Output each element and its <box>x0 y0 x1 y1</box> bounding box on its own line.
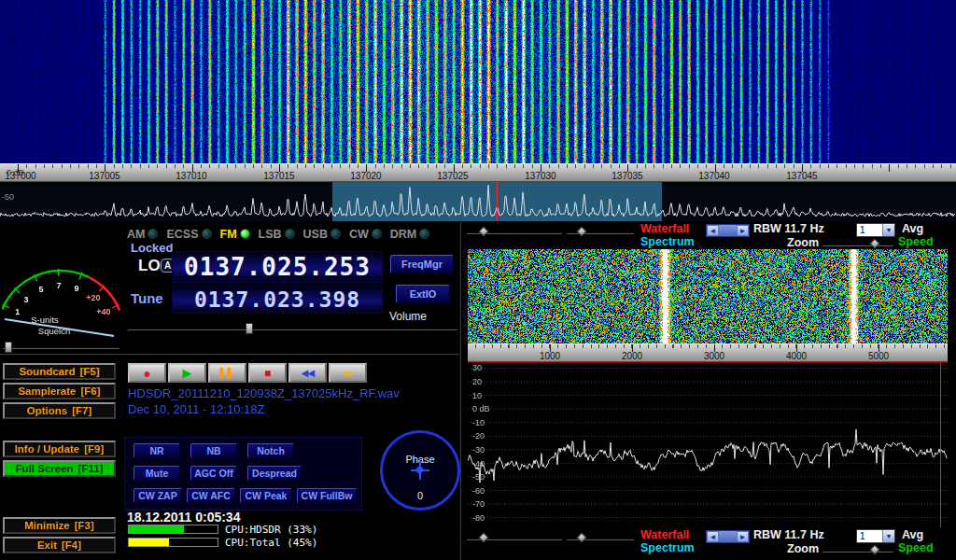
pan-right-icon[interactable]: ► <box>737 531 749 542</box>
spectrum-tab-top[interactable]: Spectrum <box>640 235 695 248</box>
main-waterfall-display[interactable] <box>0 0 956 163</box>
extio-button[interactable]: ExtIO <box>396 285 450 303</box>
squelch-slider-thumb[interactable] <box>5 342 12 353</box>
s-meter-tick-label: +20 <box>86 293 100 302</box>
soundcard-button[interactable]: Soundcard[F5] <box>3 363 116 380</box>
mode-led-icon <box>330 229 341 239</box>
agc-button[interactable]: AGC Off <box>190 466 237 481</box>
chevron-down-icon[interactable]: ▼ <box>882 530 894 542</box>
af-spectrum-display[interactable]: 30 20 10 0 dB -10 -20 -30 -40 -50 -60 -7… <box>468 362 948 527</box>
spectrum-tab-bottom[interactable]: Spectrum <box>640 541 695 554</box>
freqmgr-button[interactable]: FreqMgr <box>390 255 454 273</box>
slider-thumb[interactable] <box>576 532 586 542</box>
mode-label: DRM <box>390 228 416 241</box>
button-key: [F3] <box>75 520 94 531</box>
pan-scrollbar-bottom[interactable]: ◄► <box>706 530 750 543</box>
mode-usb[interactable]: USB <box>303 228 341 241</box>
pan-track[interactable] <box>719 531 737 542</box>
cw-afc-button[interactable]: CW AFC <box>187 488 235 503</box>
nr-button[interactable]: NR <box>134 443 180 458</box>
slider-thumb[interactable] <box>869 238 879 248</box>
fullscreen-button[interactable]: Full Screen[F11] <box>3 460 116 477</box>
mute-button[interactable]: Mute <box>134 466 180 481</box>
despread-button[interactable]: Despread <box>247 466 302 481</box>
volume-slider[interactable] <box>128 323 457 334</box>
cpu-total-bar <box>128 538 218 547</box>
s-meter-tick-label: 7 <box>56 281 61 290</box>
button-label: Minimize <box>24 520 70 531</box>
samplerate-button[interactable]: Samplerate[F6] <box>3 383 116 399</box>
exit-button[interactable]: Exit[F4] <box>3 537 116 553</box>
button-key: [F7] <box>72 405 91 416</box>
contrast-slider-bottom[interactable] <box>467 533 562 544</box>
locked-label: Locked <box>131 241 174 255</box>
pan-scrollbar-top[interactable]: ◄► <box>706 224 750 237</box>
contrast-slider-top[interactable] <box>467 227 562 238</box>
speed-label-top: Speed <box>898 235 934 248</box>
cw-zap-button[interactable]: CW ZAP <box>134 488 182 503</box>
info-update-button[interactable]: Info / Update[F9] <box>3 441 116 457</box>
button-label: Options <box>27 405 67 416</box>
stop-button[interactable]: ■ <box>248 363 287 383</box>
rewind-icon: ◀◀ <box>302 369 314 378</box>
pan-right-icon[interactable]: ► <box>737 225 749 236</box>
nb-button[interactable]: NB <box>190 443 237 458</box>
cpu-hdsdr-bar <box>128 525 218 534</box>
brightness-slider-bottom[interactable] <box>567 533 634 544</box>
main-frequency-scale[interactable]: 0 dB 137000 137005 137010 137015 137020 … <box>0 163 956 182</box>
button-label: Info / Update <box>15 443 80 455</box>
slider-thumb[interactable] <box>478 532 488 542</box>
squelch-slider[interactable] <box>3 342 120 353</box>
mode-cw[interactable]: CW <box>349 228 382 241</box>
af-frequency-scale[interactable]: 1000 2000 3000 4000 5000 <box>468 343 948 362</box>
loop-button[interactable]: ∞ <box>329 363 367 383</box>
mode-ecss[interactable]: ECSS <box>166 228 211 241</box>
notch-button[interactable]: Notch <box>247 443 294 458</box>
rewind-button[interactable]: ◀◀ <box>288 363 327 383</box>
slider-thumb[interactable] <box>478 226 488 236</box>
phase-scope[interactable]: Phase 0 <box>380 430 460 511</box>
slider-thumb[interactable] <box>576 226 586 236</box>
cw-peak-button[interactable]: CW Peak <box>240 488 292 503</box>
pan-left-icon[interactable]: ◄ <box>707 225 719 236</box>
mode-am[interactable]: AM <box>127 228 158 241</box>
pan-track[interactable] <box>719 225 737 236</box>
pan-left-icon[interactable]: ◄ <box>707 531 719 542</box>
pause-button[interactable]: ▌▌ <box>208 363 246 383</box>
freq-tick-label: 137025 <box>437 171 468 181</box>
cpu-total-text: CPU:Total (45%) <box>225 537 317 549</box>
waterfall-tab-bottom[interactable]: Waterfall <box>640 528 689 541</box>
main-spectrum-display[interactable]: -50 <box>0 182 956 221</box>
af-spectrum-canvas[interactable] <box>468 362 948 527</box>
options-button[interactable]: Options[F7] <box>3 402 116 419</box>
volume-slider-track <box>128 328 457 330</box>
s-meter-tick-label: 1 <box>15 307 20 316</box>
brightness-slider-top[interactable] <box>567 227 634 238</box>
slider-thumb[interactable] <box>869 544 879 554</box>
avg-select-bottom[interactable]: 1▼ <box>856 529 895 543</box>
waterfall-tab-top[interactable]: Waterfall <box>640 222 689 235</box>
mode-lsb[interactable]: LSB <box>259 228 295 241</box>
mode-selector: AM ECSS FM LSB USB CW DRM <box>127 226 429 242</box>
cw-fullbw-button[interactable]: CW FullBw <box>297 488 357 503</box>
record-button[interactable]: ● <box>128 363 166 383</box>
db-axis-label: -60 <box>472 486 485 496</box>
mode-fm[interactable]: FM <box>220 228 250 241</box>
mode-drm[interactable]: DRM <box>390 228 429 241</box>
avg-select-value: 1 <box>857 530 882 542</box>
tune-frequency-display[interactable]: 0137.023.398 <box>172 286 383 314</box>
divider <box>0 354 459 356</box>
volume-slider-thumb[interactable] <box>246 323 253 334</box>
avg-select-top[interactable]: 1▼ <box>856 223 895 237</box>
minimize-button[interactable]: Minimize[F3] <box>3 517 116 534</box>
zoom-slider-bottom[interactable] <box>822 545 893 556</box>
db-axis-label: -30 <box>472 445 485 455</box>
play-button[interactable]: ▶ <box>168 363 206 383</box>
main-spectrum-canvas[interactable] <box>0 182 956 221</box>
avg-select-value: 1 <box>857 224 882 236</box>
af-waterfall-display[interactable] <box>468 249 948 343</box>
lo-frequency-display[interactable]: 0137.025.253 <box>172 251 383 283</box>
db-axis-label: -80 <box>472 513 485 523</box>
hdsdr-app: 0 dB 137000 137005 137010 137015 137020 … <box>0 0 956 560</box>
chevron-down-icon[interactable]: ▼ <box>882 224 894 236</box>
